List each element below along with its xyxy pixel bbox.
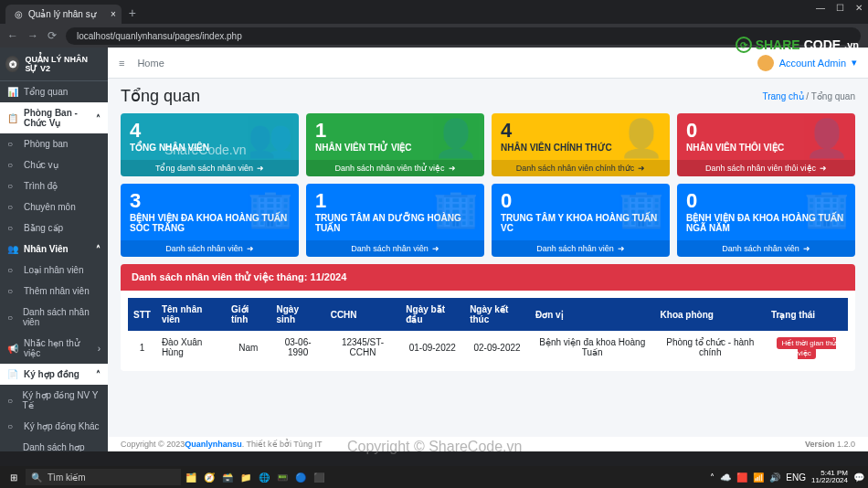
stat-bg-icon: 👤 xyxy=(804,117,850,160)
sidebar-item[interactable]: 📋Phòng Ban - Chức Vụ˄ xyxy=(0,102,108,133)
stat-bg-icon: 🏢 xyxy=(619,187,664,230)
sidebar-item[interactable]: ○Danh sách hợp đồng xyxy=(0,437,108,451)
page-header: Tổng quan Trang chủ / Tổng quan xyxy=(108,79,868,110)
menu-icon: ○ xyxy=(7,396,17,406)
taskbar-app-icon[interactable]: 🌐 xyxy=(256,469,272,485)
menu-icon: 👥 xyxy=(7,244,18,254)
windows-taskbar: ⊞ 🔍 Tìm kiếm 🗂️ 🧭 🗃️ 📁 🌐 📟 🔵 ⬛ ˄ ☁️ 🟥 📶 … xyxy=(0,466,868,488)
menu-label: Loại nhân viên xyxy=(24,265,84,275)
stat-link[interactable]: Danh sách nhân viên ➜ xyxy=(677,240,855,257)
table-header: Ngày kết thúc xyxy=(464,298,530,331)
menu-label: Tổng quan xyxy=(24,87,68,97)
account-link[interactable]: Account Admin xyxy=(779,58,846,69)
sidebar-item[interactable]: 📊Tổng quan xyxy=(0,81,108,102)
footer-version: Version 1.2.0 xyxy=(805,440,855,449)
system-tray: ˄ ☁️ 🟥 📶 🔊 ENG 5:41 PM 11/22/2024 💬 xyxy=(710,470,864,484)
sidebar-item[interactable]: ○Chuyên môn xyxy=(0,196,108,217)
arrow-circle-icon: ➜ xyxy=(618,244,625,253)
new-tab-button[interactable]: + xyxy=(122,2,143,24)
forward-button[interactable]: → xyxy=(27,29,38,42)
close-icon[interactable]: × xyxy=(111,9,116,19)
chevron-down-icon[interactable]: ▾ xyxy=(852,57,857,69)
menu-label: Phòng ban xyxy=(24,139,68,149)
sidebar-item[interactable]: 📄Ký hợp đồng˄ xyxy=(0,364,108,385)
sidebar-item[interactable]: ○Danh sách nhân viên xyxy=(0,302,108,333)
start-button[interactable]: ⊞ xyxy=(4,472,24,483)
sidebar-item[interactable]: ○Thêm nhân viên xyxy=(0,281,108,302)
tray-icon[interactable]: 🟥 xyxy=(736,472,747,483)
menu-toggle-icon[interactable]: ≡ xyxy=(119,58,124,69)
taskbar-app-icon[interactable]: 📁 xyxy=(238,469,254,485)
sidebar-item[interactable]: ○Chức vụ xyxy=(0,154,108,175)
footer-brand[interactable]: Quanlynhansu xyxy=(185,440,242,449)
app-frame: ✪ QUẢN LÝ NHÂN SỰ V2 📊Tổng quan📋Phòng Ba… xyxy=(0,48,868,451)
sidebar-item[interactable]: 📢Nhắc hẹn thử việc› xyxy=(0,333,108,364)
maximize-button[interactable]: ☐ xyxy=(836,3,844,13)
reload-button[interactable]: ⟳ xyxy=(48,29,57,42)
taskbar-app-icon[interactable]: 🔵 xyxy=(292,469,309,485)
menu-icon: ○ xyxy=(7,313,17,323)
nav-home[interactable]: Home xyxy=(137,58,164,69)
arrow-circle-icon: ➜ xyxy=(257,164,264,173)
sidebar-item[interactable]: ○Bằng cấp xyxy=(0,217,108,239)
minimize-button[interactable]: — xyxy=(816,3,825,13)
sidebar-item[interactable]: ○Ký hợp đồng Khác xyxy=(0,416,108,437)
footer-copyright: Copyright © 2023 xyxy=(121,440,185,449)
arrow-circle-icon: ➜ xyxy=(247,244,254,253)
browser-tab[interactable]: ◎ Quản lý nhân sự × xyxy=(5,5,122,24)
stat-box: 0NHÂN VIÊN THÔI VIỆC👤Danh sách nhân viên… xyxy=(677,113,855,176)
tray-lang[interactable]: ENG xyxy=(786,472,806,483)
brand[interactable]: ✪ QUẢN LÝ NHÂN SỰ V2 xyxy=(0,48,108,81)
sidebar-item[interactable]: ○Loại nhân viên xyxy=(0,260,108,281)
taskbar-app-icon[interactable]: ⬛ xyxy=(311,469,327,485)
tray-wifi-icon[interactable]: 📶 xyxy=(753,472,764,483)
tray-icon[interactable]: ☁️ xyxy=(720,472,731,483)
breadcrumb-home[interactable]: Trang chủ xyxy=(762,91,803,101)
brand-text: QUẢN LÝ NHÂN SỰ V2 xyxy=(25,55,102,73)
menu-icon: 📢 xyxy=(7,344,18,354)
stat-box: 4NHÂN VIÊN CHÍNH THỨC👤Danh sách nhân viê… xyxy=(492,113,670,176)
trial-table: STTTên nhân viênGiới tínhNgày sinhCCHNNg… xyxy=(128,298,848,364)
stat-link[interactable]: Danh sách nhân viên ➜ xyxy=(306,240,484,257)
table-header: Ngày sinh xyxy=(271,298,325,331)
taskbar-clock[interactable]: 5:41 PM 11/22/2024 xyxy=(811,470,848,484)
chevron-icon: › xyxy=(98,344,101,354)
brand-logo-icon: ✪ xyxy=(5,56,19,72)
table-body: 1Đào Xuân HùngNam03-06-199012345/ST-CCHN… xyxy=(128,331,848,364)
table-header: Giới tính xyxy=(226,298,271,331)
close-button[interactable]: ✕ xyxy=(855,3,863,13)
stat-bg-icon: 🏢 xyxy=(248,187,293,230)
stat-link[interactable]: Tổng danh sách nhân viên ➜ xyxy=(121,160,299,176)
chevron-icon: ˄ xyxy=(96,113,101,123)
notifications-icon[interactable]: 💬 xyxy=(853,472,864,483)
tab-favicon: ◎ xyxy=(15,9,23,19)
stat-bg-icon: 🏢 xyxy=(433,187,479,230)
sidebar-item[interactable]: 👥Nhân Viên˄ xyxy=(0,239,108,260)
sidebar-item[interactable]: ○Trình độ xyxy=(0,175,108,196)
stat-link[interactable]: Danh sách nhân viên thử việc ➜ xyxy=(306,160,484,176)
taskbar-app-icon[interactable]: 🗃️ xyxy=(219,469,236,485)
table-header: Tên nhân viên xyxy=(156,298,226,331)
menu-icon: 📊 xyxy=(7,87,18,97)
sidebar-item[interactable]: ○Ký hợp đồng NV Y Tế xyxy=(0,385,108,416)
tray-volume-icon[interactable]: 🔊 xyxy=(769,472,780,483)
tray-chevron-icon[interactable]: ˄ xyxy=(710,472,715,483)
sidebar-item[interactable]: ○Phòng ban xyxy=(0,133,108,154)
menu-label: Ký hợp đồng xyxy=(24,369,79,379)
stat-link[interactable]: Danh sách nhân viên thôi việc ➜ xyxy=(677,160,855,176)
back-button[interactable]: ← xyxy=(7,29,18,42)
taskbar-app-icon[interactable]: 📟 xyxy=(274,469,291,485)
page-title: Tổng quan xyxy=(121,86,200,106)
taskbar-app-icon[interactable]: 🗂️ xyxy=(183,469,199,485)
arrow-circle-icon: ➜ xyxy=(449,164,456,173)
stat-link[interactable]: Danh sách nhân viên ➜ xyxy=(121,240,299,257)
menu-icon: ○ xyxy=(7,265,18,275)
taskbar-search[interactable]: 🔍 Tìm kiếm xyxy=(26,469,181,485)
panel-header: Danh sách nhân viên thử việc tháng: 11/2… xyxy=(121,264,855,291)
sidebar-menu: 📊Tổng quan📋Phòng Ban - Chức Vụ˄○Phòng ba… xyxy=(0,81,108,451)
stat-link[interactable]: Danh sách nhân viên chính thức ➜ xyxy=(492,160,670,176)
avatar-icon[interactable] xyxy=(757,55,774,71)
breadcrumb-current: Tổng quan xyxy=(811,91,855,101)
stat-link[interactable]: Danh sách nhân viên ➜ xyxy=(492,240,670,257)
taskbar-app-icon[interactable]: 🧭 xyxy=(201,469,217,485)
